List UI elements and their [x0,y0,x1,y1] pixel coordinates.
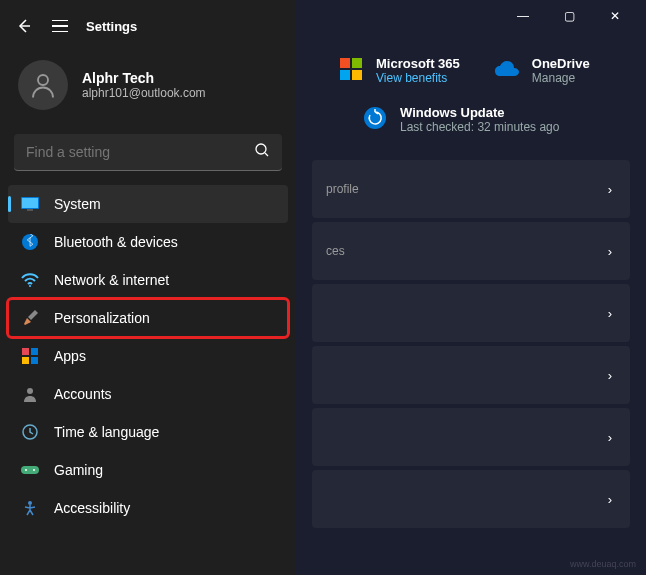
person-icon [20,384,40,404]
accessibility-icon [20,498,40,518]
setting-row[interactable]: › [312,284,630,342]
status-title: Microsoft 365 [376,56,460,71]
svg-rect-7 [22,348,29,355]
svg-rect-4 [27,209,33,211]
chevron-right-icon: › [608,368,612,383]
row-label: profile [326,182,359,196]
clock-icon [20,422,40,442]
nav-label: System [54,196,101,212]
setting-row[interactable]: › [312,408,630,466]
apps-icon [20,346,40,366]
nav-label: Time & language [54,424,159,440]
close-button[interactable]: ✕ [592,0,638,32]
menu-button[interactable] [52,20,68,33]
nav-label: Personalization [54,310,150,326]
svg-point-0 [38,75,48,85]
profile-email: alphr101@outlook.com [82,86,206,100]
update-icon [362,105,388,131]
svg-rect-19 [340,70,350,80]
chevron-right-icon: › [608,244,612,259]
profile-name: Alphr Tech [82,70,206,86]
nav-system[interactable]: System [8,185,288,223]
bluetooth-icon [20,232,40,252]
gaming-icon [20,460,40,480]
svg-rect-17 [340,58,350,68]
svg-point-14 [25,469,27,471]
search-icon [254,142,270,162]
status-sub[interactable]: Manage [532,71,590,85]
chevron-right-icon: › [608,492,612,507]
nav-label: Gaming [54,462,103,478]
back-button[interactable] [14,16,34,36]
chevron-right-icon: › [608,306,612,321]
status-title: OneDrive [532,56,590,71]
paintbrush-icon [20,308,40,328]
nav-label: Apps [54,348,86,364]
nav-gaming[interactable]: Gaming [8,451,288,489]
status-sub[interactable]: View benefits [376,71,460,85]
svg-rect-8 [31,348,38,355]
setting-row[interactable]: › [312,346,630,404]
setting-row-profile[interactable]: profile › [312,160,630,218]
monitor-icon [20,194,40,214]
svg-rect-10 [31,357,38,364]
minimize-button[interactable]: — [500,0,546,32]
row-label: ces [326,244,345,258]
status-onedrive[interactable]: OneDrive Manage [494,56,590,85]
search-input[interactable] [26,144,254,160]
nav-network[interactable]: Network & internet [8,261,288,299]
status-sub: Last checked: 32 minutes ago [400,120,559,134]
svg-rect-18 [352,58,362,68]
nav-label: Accessibility [54,500,130,516]
svg-rect-20 [352,70,362,80]
svg-point-1 [256,144,266,154]
status-title: Windows Update [400,105,559,120]
svg-rect-3 [22,198,38,208]
nav-apps[interactable]: Apps [8,337,288,375]
app-title: Settings [86,19,137,34]
nav-label: Accounts [54,386,112,402]
svg-point-6 [29,285,31,287]
nav-label: Bluetooth & devices [54,234,178,250]
setting-row[interactable]: › [312,470,630,528]
svg-point-16 [28,501,32,505]
nav-personalization[interactable]: Personalization [8,299,288,337]
chevron-right-icon: › [608,430,612,445]
watermark: www.deuaq.com [570,559,636,569]
onedrive-icon [494,56,520,82]
nav-accessibility[interactable]: Accessibility [8,489,288,527]
svg-rect-9 [22,357,29,364]
chevron-right-icon: › [608,182,612,197]
profile-section[interactable]: Alphr Tech alphr101@outlook.com [0,52,296,126]
wifi-icon [20,270,40,290]
nav-bluetooth[interactable]: Bluetooth & devices [8,223,288,261]
svg-rect-13 [21,466,39,474]
status-update[interactable]: Windows Update Last checked: 32 minutes … [362,105,630,134]
avatar [18,60,68,110]
svg-point-15 [33,469,35,471]
microsoft-icon [338,56,364,82]
nav-accounts[interactable]: Accounts [8,375,288,413]
status-m365[interactable]: Microsoft 365 View benefits [338,56,460,85]
nav-label: Network & internet [54,272,169,288]
nav-time[interactable]: Time & language [8,413,288,451]
setting-row[interactable]: ces › [312,222,630,280]
nav-list: System Bluetooth & devices Network & int… [0,185,296,527]
maximize-button[interactable]: ▢ [546,0,592,32]
search-box[interactable] [14,134,282,171]
content-panel: Microsoft 365 View benefits OneDrive Man… [296,32,646,575]
svg-point-11 [27,388,33,394]
